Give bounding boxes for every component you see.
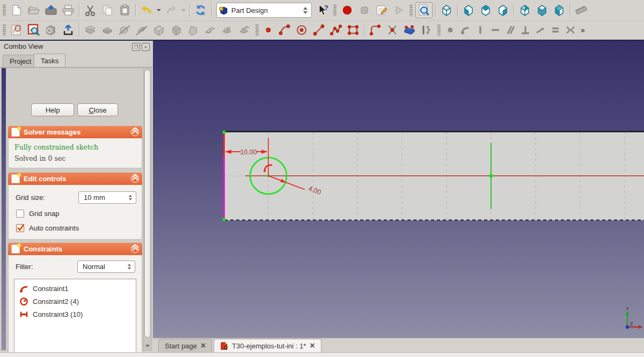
constrain-symmetric-icon[interactable]	[564, 23, 577, 38]
toolbar-drag-handle[interactable]	[409, 4, 413, 16]
circle-icon[interactable]	[294, 23, 310, 38]
constrain-vertical-icon[interactable]	[473, 23, 487, 38]
edit-controls-header[interactable]: Edit controls	[8, 173, 142, 185]
refresh-icon[interactable]	[193, 3, 209, 18]
macro-record-icon[interactable]	[339, 3, 355, 18]
undo-dropdown[interactable]	[156, 3, 162, 18]
whats-this-icon[interactable]: ?	[314, 3, 331, 18]
pocket-icon[interactable]	[99, 23, 115, 38]
toolbar-drag-handle[interactable]	[3, 4, 6, 16]
toolbar-overflow-chevron[interactable]: »	[579, 26, 587, 34]
select-arrows[interactable]	[126, 264, 132, 269]
3d-viewport[interactable]: 10.00 4.00 Y X Z	[153, 41, 644, 338]
filter-select[interactable]: Normal	[77, 261, 135, 273]
help-button[interactable]: Help	[31, 103, 74, 116]
fillet-icon[interactable]	[151, 23, 167, 38]
edit-sketch-icon[interactable]	[26, 23, 42, 38]
open-file-icon[interactable]	[26, 3, 42, 18]
mirrored-icon[interactable]	[237, 23, 253, 38]
measure-distance-icon[interactable]	[573, 3, 589, 18]
constraints-header[interactable]: Constraints	[8, 243, 142, 255]
constrain-point-on-object-icon[interactable]	[458, 23, 472, 38]
toolbar-drag-handle[interactable]	[333, 4, 336, 16]
view-bottom-icon[interactable]	[534, 3, 550, 18]
groove-icon[interactable]	[134, 23, 150, 38]
tab-document[interactable]: T30-ejemplos-tut-ini : 1* ×	[214, 339, 321, 352]
external-geometry-icon[interactable]	[401, 23, 418, 38]
leave-sketch-icon[interactable]	[60, 23, 76, 38]
redo-icon[interactable]	[163, 3, 179, 18]
list-item[interactable]: Constraint3 (10)	[14, 308, 136, 321]
constrain-perpendicular-icon[interactable]	[518, 23, 532, 38]
rectangle-icon[interactable]	[345, 23, 361, 38]
line-icon[interactable]	[311, 23, 327, 38]
view-left-icon[interactable]	[551, 3, 567, 18]
pad-icon[interactable]	[82, 23, 98, 38]
sketch-fillet-icon[interactable]	[367, 23, 383, 38]
tab-project[interactable]: Project	[3, 55, 38, 67]
view-fit-all-icon[interactable]	[415, 2, 433, 18]
constrain-parallel-icon[interactable]	[503, 23, 517, 38]
collapse-icon[interactable]	[131, 175, 139, 183]
scrollbar-thumb[interactable]	[144, 70, 151, 338]
solver-messages-header[interactable]: Solver messages	[8, 126, 142, 138]
trim-icon[interactable]	[384, 23, 400, 38]
arc-icon[interactable]	[276, 23, 292, 38]
new-sketch-icon[interactable]	[9, 23, 25, 38]
stepper-arrows[interactable]	[127, 195, 133, 200]
print-icon[interactable]	[60, 3, 76, 18]
constrain-tangent-icon[interactable]	[533, 23, 547, 38]
scrollbar-down-icon[interactable]	[144, 342, 151, 349]
redo-dropdown[interactable]	[180, 3, 187, 18]
panel-close-icon[interactable]: ×	[142, 43, 150, 51]
point-icon[interactable]	[261, 23, 275, 38]
grid-size-stepper[interactable]: 10 mm	[78, 191, 136, 204]
view-axonometric-icon[interactable]	[438, 3, 455, 18]
linear-pattern-icon[interactable]	[202, 23, 218, 38]
workbench-spin-arrows[interactable]	[302, 7, 309, 14]
tab-start-page[interactable]: Start page ×	[158, 339, 212, 352]
view-rear-icon[interactable]	[517, 3, 533, 18]
save-icon[interactable]	[43, 3, 59, 18]
macro-edit-icon[interactable]	[374, 3, 390, 18]
list-item[interactable]: Constraint2 (4)	[14, 295, 136, 308]
panel-scrollbar[interactable]	[143, 68, 151, 350]
constrain-coincident-icon[interactable]	[443, 23, 457, 38]
view-front-icon[interactable]	[460, 3, 477, 18]
cut-icon[interactable]	[82, 3, 98, 18]
panel-float-icon[interactable]: ❐	[132, 43, 140, 51]
workbench-selector[interactable]: Part Design	[216, 3, 312, 18]
close-button[interactable]: Close	[77, 103, 118, 116]
macro-stop-icon[interactable]	[356, 3, 372, 18]
edge-endpoint[interactable]	[223, 218, 226, 221]
auto-constraints-checkbox[interactable]	[16, 224, 24, 232]
new-file-icon[interactable]	[9, 3, 25, 18]
constraints-list[interactable]: Constraint1 Constraint2 (4) Constraint3 …	[14, 279, 136, 357]
edge-endpoint[interactable]	[223, 131, 226, 134]
toolbar-drag-handle[interactable]	[255, 24, 259, 36]
list-item[interactable]: Constraint1	[14, 282, 136, 295]
paste-icon[interactable]	[116, 3, 133, 18]
toolbar-drag-handle[interactable]	[3, 24, 6, 36]
copy-icon[interactable]	[99, 3, 115, 18]
collapse-icon[interactable]	[131, 128, 139, 136]
origin-point[interactable]	[489, 174, 493, 178]
close-tab-icon[interactable]: ×	[310, 341, 314, 350]
chamfer-icon[interactable]	[168, 23, 184, 38]
view-right-icon[interactable]	[495, 3, 511, 18]
constrain-horizontal-icon[interactable]	[488, 23, 502, 38]
polyline-icon[interactable]	[328, 23, 344, 38]
macro-play-icon[interactable]	[391, 3, 407, 18]
close-tab-icon[interactable]: ×	[201, 341, 206, 350]
draft-icon[interactable]	[185, 23, 201, 38]
tab-tasks[interactable]: Tasks	[34, 54, 65, 67]
collapse-icon[interactable]	[131, 245, 139, 253]
toolbar-drag-handle[interactable]	[437, 24, 441, 36]
map-sketch-icon[interactable]	[43, 23, 59, 38]
revolution-icon[interactable]	[116, 23, 133, 38]
polar-pattern-icon[interactable]	[219, 23, 236, 38]
construction-mode-icon[interactable]	[419, 23, 435, 38]
grid-snap-checkbox[interactable]	[16, 210, 24, 218]
undo-icon[interactable]	[138, 3, 155, 18]
constrain-equal-icon[interactable]	[548, 23, 562, 38]
